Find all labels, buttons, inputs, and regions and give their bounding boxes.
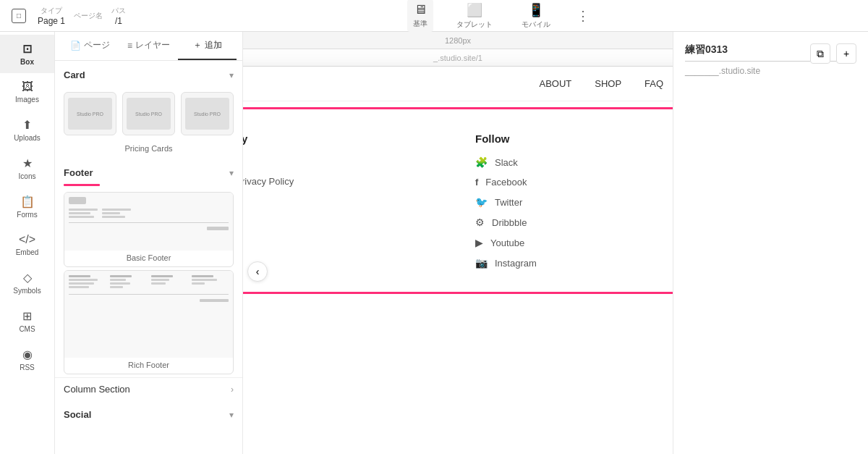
- card-section-header[interactable]: Card ▾: [55, 61, 242, 86]
- sidebar-item-label-icons: Icons: [19, 172, 36, 180]
- tab-page[interactable]: 📄 ページ: [61, 32, 119, 60]
- social-instagram[interactable]: 📷 Instagram: [475, 257, 673, 269]
- sidebar-item-box[interactable]: ⊡ Box: [0, 35, 54, 73]
- sidebar-item-label-rss: RSS: [20, 363, 35, 371]
- components-panel: 📄 ページ ≡ レイヤー ＋ 追加 Card ▾ Studio PRO: [55, 32, 243, 454]
- add-icon: +: [843, 48, 849, 59]
- card-thumb-3[interactable]: Studio PRO: [181, 92, 234, 135]
- top-bar-meta: タイプ Page 1 ページ名 パス /1: [38, 6, 126, 26]
- forms-icon: 📋: [20, 195, 35, 209]
- sidebar-item-icons[interactable]: ★ Icons: [0, 149, 54, 188]
- sidebar-item-label-forms: Forms: [17, 211, 37, 219]
- tab-add-icon: ＋: [193, 39, 202, 51]
- instagram-label: Instagram: [495, 258, 537, 269]
- page-path-value: /1: [115, 16, 122, 26]
- canvas-url-bar: _.studio.site/1: [243, 49, 673, 67]
- rich-footer-card[interactable]: Rich Footer: [64, 270, 234, 374]
- nav-link-shop[interactable]: SHOP: [595, 78, 621, 89]
- tab-add[interactable]: ＋ 追加: [178, 32, 237, 60]
- canvas-url-text: _.studio.site/1: [433, 54, 482, 62]
- link-terms[interactable]: Terms & Privacy Policy: [243, 176, 441, 187]
- follow-title: Follow: [475, 133, 673, 145]
- symbols-icon: ◇: [23, 271, 32, 285]
- slack-icon: 🧩: [475, 156, 488, 168]
- sidebar-item-cms[interactable]: ⊞ CMS: [0, 302, 54, 340]
- tab-add-label: 追加: [205, 39, 222, 51]
- column-section-item[interactable]: Column Section ›: [55, 377, 242, 400]
- page-type-label: タイプ: [41, 6, 62, 16]
- add-icon-btn[interactable]: +: [836, 43, 856, 64]
- facebook-label: Facebook: [485, 177, 527, 188]
- main-layout: ⊡ Box 🖼 Images ⬆ Uploads ★ Icons 📋 Forms…: [0, 32, 868, 454]
- sidebar-item-uploads[interactable]: ⬆ Uploads: [0, 111, 54, 149]
- social-youtube[interactable]: ▶ Youtube: [475, 237, 673, 248]
- rss-icon: ◉: [22, 348, 33, 361]
- rich-footer-label: Rich Footer: [64, 358, 233, 374]
- social-section-header[interactable]: Social ▾: [55, 400, 242, 426]
- sidebar-item-rss[interactable]: ◉ RSS: [0, 340, 54, 379]
- nav-link-about[interactable]: ABOUT: [539, 78, 571, 89]
- column-section-label: Column Section: [64, 384, 130, 395]
- footer-section-header[interactable]: Footer ▾: [55, 159, 242, 184]
- social-chevron-icon: ▾: [229, 410, 234, 420]
- link-about-us[interactable]: About Us: [243, 156, 441, 167]
- desktop-label: 基準: [413, 19, 427, 29]
- tab-layer[interactable]: ≡ レイヤー: [119, 32, 178, 60]
- sidebar-item-symbols[interactable]: ◇ Symbols: [0, 264, 54, 302]
- top-bar-left: □ タイプ Page 1 ページ名 パス /1: [12, 6, 126, 26]
- tablet-icon: ⬜: [467, 2, 482, 18]
- top-bar: □ タイプ Page 1 ページ名 パス /1 🖥 基準 ⬜ タブレット 📱: [0, 0, 868, 32]
- social-twitter[interactable]: 🐦 Twitter: [475, 196, 673, 208]
- panel-content: Card ▾ Studio PRO Studio PRO Studio PRO …: [55, 61, 242, 454]
- basic-footer-preview: [64, 193, 233, 251]
- card-thumb-1[interactable]: Studio PRO: [64, 92, 116, 135]
- desktop-device-btn[interactable]: 🖥 基準: [407, 0, 433, 32]
- preview-nav: ABOUT SHOP FAQ CONTACT: [243, 67, 673, 101]
- social-slack[interactable]: 🧩 Slack: [475, 156, 673, 168]
- tablet-device-btn[interactable]: ⬜ タブレット: [451, 0, 498, 33]
- sidebar-item-images[interactable]: 🖼 Images: [0, 73, 54, 111]
- footer-chevron-icon: ▾: [229, 168, 234, 178]
- footer-section-accent: [64, 184, 100, 186]
- sidebar-item-embed[interactable]: </> Embed: [0, 226, 54, 264]
- tab-page-label: ページ: [84, 39, 110, 51]
- sidebar-item-label-images: Images: [15, 96, 39, 104]
- tab-layer-icon: ≡: [127, 41, 132, 51]
- dribbble-icon: ⚙: [475, 217, 485, 228]
- card-thumb-2[interactable]: Studio PRO: [122, 92, 175, 135]
- copy-icon-btn[interactable]: ⧉: [810, 43, 830, 64]
- column-section-chevron-icon: ›: [231, 384, 234, 395]
- canvas-ruler: 1280px: [243, 32, 673, 49]
- mobile-icon: 📱: [528, 2, 544, 18]
- page-type-value: Page 1: [38, 16, 65, 26]
- sidebar-item-label-box: Box: [20, 58, 34, 66]
- cms-icon: ⊞: [22, 309, 32, 323]
- follow-col: Follow 🧩 Slack f Facebook 🐦: [475, 133, 673, 269]
- instagram-icon: 📷: [475, 257, 488, 269]
- social-dribbble[interactable]: ⚙ Dribbble: [475, 217, 673, 228]
- tablet-label: タブレット: [456, 20, 493, 30]
- embed-icon: </>: [19, 233, 35, 246]
- right-panel-icons: ⧉ +: [810, 43, 856, 64]
- more-options-btn[interactable]: ⋮: [574, 5, 592, 27]
- social-facebook[interactable]: f Facebook: [475, 177, 673, 188]
- mobile-device-btn[interactable]: 📱 モバイル: [516, 0, 556, 33]
- footer-section-title: Footer: [64, 167, 93, 178]
- canvas-nav-prev-btn[interactable]: ‹: [247, 261, 268, 282]
- canvas-width-label: 1280px: [445, 36, 471, 45]
- rich-footer-preview: [64, 271, 233, 358]
- card-chevron-icon: ▾: [229, 70, 234, 80]
- footer-mini-logo: [69, 197, 86, 204]
- footer-mini-lines: [69, 209, 229, 218]
- nav-link-faq[interactable]: FAQ: [644, 78, 663, 89]
- dribbble-label: Dribbble: [492, 217, 527, 228]
- link-contact[interactable]: Contact: [243, 215, 441, 226]
- link-blog[interactable]: Blog: [243, 196, 441, 206]
- page-path-meta: パス /1: [111, 6, 126, 26]
- sidebar-item-label-embed: Embed: [16, 248, 39, 256]
- basic-footer-card[interactable]: Basic Footer: [64, 192, 234, 267]
- sidebar-item-label-cms: CMS: [19, 325, 35, 333]
- canvas-area: 1280px _.studio.site/1 ABOUT SHOP FAQ CO…: [243, 32, 673, 454]
- sidebar-item-forms[interactable]: 📋 Forms: [0, 188, 54, 226]
- twitter-label: Twitter: [495, 197, 522, 208]
